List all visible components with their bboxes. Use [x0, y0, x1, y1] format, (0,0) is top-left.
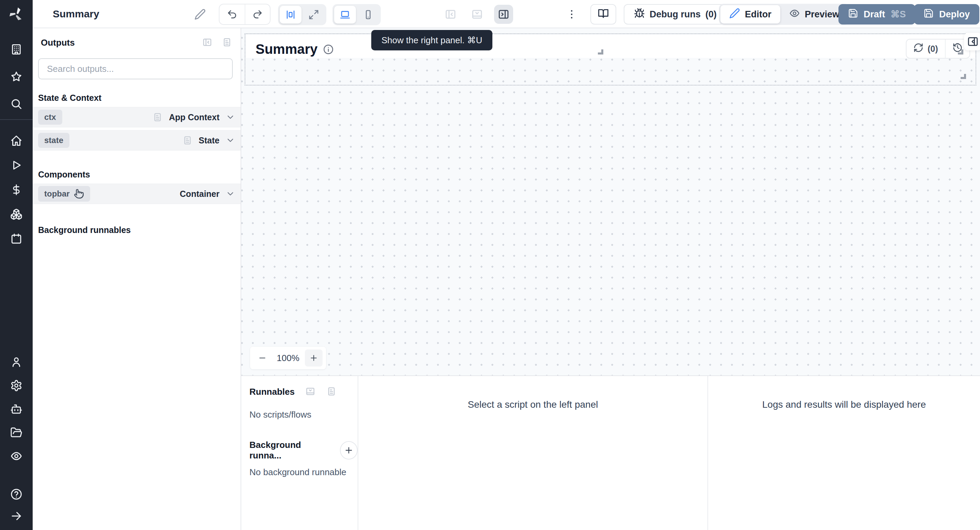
debug-runs-label: Debug runs	[649, 9, 701, 20]
help-icon[interactable]	[10, 488, 23, 501]
undo-redo-group	[219, 4, 270, 25]
script-editor-column: Select a script on the left panel	[358, 376, 708, 530]
zoom-control: 100%	[250, 347, 326, 369]
panel-right-collapse-icon[interactable]	[964, 33, 980, 50]
section-background-runnables: Background runnables	[33, 225, 240, 235]
app-title: Summary	[53, 8, 99, 20]
resize-handle[interactable]	[961, 74, 966, 79]
panel-left-icon[interactable]	[441, 5, 460, 24]
layout-toggle-group	[278, 4, 326, 25]
output-row-topbar[interactable]: topbar Container	[33, 184, 240, 204]
kebab-menu-icon[interactable]	[564, 7, 579, 22]
plus-icon	[344, 445, 353, 455]
nav-rail	[0, 0, 33, 530]
device-toggle-group	[332, 4, 381, 25]
draft-button[interactable]: Draft ⌘S	[838, 4, 915, 24]
zoom-out-button[interactable]	[253, 350, 271, 367]
undo-icon[interactable]	[220, 5, 245, 24]
script-placeholder: Select a script on the left panel	[468, 399, 598, 410]
background-runnables-title: Background runna...	[250, 440, 332, 461]
row-type-label: App Context	[169, 112, 220, 122]
zoom-level: 100%	[271, 353, 305, 364]
pencil-icon	[729, 8, 740, 21]
docs-button[interactable]	[590, 4, 616, 24]
row-type-label: Container	[180, 189, 220, 199]
runnables-list-column: Runnables No scripts/flows Background ru…	[241, 376, 358, 530]
chevron-down-icon[interactable]	[226, 112, 235, 122]
runnables-title: Runnables	[250, 386, 295, 397]
section-state-context: State & Context	[33, 93, 240, 103]
search-outputs-input[interactable]	[38, 58, 233, 79]
panel-bottom-collapse-icon[interactable]	[305, 386, 316, 397]
zoom-in-button[interactable]	[305, 350, 323, 367]
rail-divider	[0, 119, 33, 120]
panel-bottom-icon[interactable]	[468, 5, 487, 24]
search-icon[interactable]	[10, 97, 23, 110]
panel-left-collapse-icon[interactable]	[202, 37, 213, 48]
output-row-state[interactable]: state State	[33, 130, 240, 150]
gear-icon[interactable]	[10, 379, 23, 392]
state-badge[interactable]: state	[38, 133, 69, 148]
empty-background-label: No background runnable	[250, 467, 358, 477]
refresh-button[interactable]: (0)	[907, 40, 945, 58]
tab-editor[interactable]: Editor	[721, 5, 780, 24]
deploy-button[interactable]: Deploy	[914, 4, 979, 24]
section-components: Components	[33, 170, 240, 179]
logs-placeholder: Logs and results will be displayed here	[762, 399, 926, 410]
debug-runs-count: (0)	[705, 9, 717, 20]
eye-icon[interactable]	[10, 450, 23, 463]
refresh-icon	[913, 43, 924, 55]
add-background-runnable-button[interactable]	[340, 441, 358, 460]
refresh-count: (0)	[928, 44, 938, 54]
panel-right-icon[interactable]	[494, 5, 513, 24]
play-icon[interactable]	[10, 159, 23, 172]
redo-icon[interactable]	[245, 5, 270, 24]
resize-handle[interactable]	[958, 49, 963, 54]
output-row-ctx[interactable]: ctx App Context	[33, 107, 240, 128]
doc-lines-icon	[153, 112, 163, 122]
bug-icon	[634, 8, 645, 21]
tooltip: Show the right panel. ⌘U	[371, 30, 492, 50]
resize-handle[interactable]	[598, 49, 603, 54]
chevron-down-icon[interactable]	[226, 136, 235, 145]
topbar-badge[interactable]: topbar	[38, 186, 90, 202]
cubes-icon[interactable]	[10, 208, 23, 221]
topbar-container-body	[246, 35, 975, 58]
logs-column: Logs and results will be displayed here	[708, 376, 980, 530]
pencil-icon[interactable]	[193, 8, 207, 21]
app-window: Summary Deb	[0, 0, 980, 530]
arrow-right-icon[interactable]	[10, 509, 23, 522]
hand-pointer-icon	[74, 189, 84, 199]
dollar-icon[interactable]	[10, 183, 23, 196]
smartphone-icon[interactable]	[357, 6, 379, 24]
star-icon[interactable]	[10, 70, 23, 83]
mode-toggle-group: Editor Preview	[719, 4, 850, 25]
app-canvas[interactable]: Summary Show the right panel. ⌘U (0)	[241, 28, 980, 375]
ctx-badge[interactable]: ctx	[38, 110, 62, 125]
home-icon[interactable]	[10, 134, 23, 147]
building-icon[interactable]	[10, 43, 23, 56]
doc-lines-icon[interactable]	[221, 37, 232, 48]
calendar-icon[interactable]	[10, 232, 23, 245]
canvas-heading: Summary	[256, 42, 318, 57]
component-action-group: (0)	[906, 39, 970, 59]
outputs-title: Outputs	[41, 37, 75, 48]
topbar: Summary Deb	[33, 0, 980, 28]
editor-label: Editor	[745, 9, 772, 20]
draft-label: Draft	[864, 9, 885, 20]
chevron-down-icon[interactable]	[226, 189, 235, 199]
fullscreen-icon[interactable]	[303, 6, 325, 24]
eye-preview-icon	[789, 8, 800, 21]
centered-layout-icon[interactable]	[280, 6, 301, 24]
topbar-container-selection[interactable]: Summary	[245, 34, 976, 86]
user-icon[interactable]	[10, 356, 23, 369]
info-icon[interactable]	[323, 44, 334, 55]
robot-icon[interactable]	[10, 402, 23, 415]
folder-open-icon[interactable]	[10, 426, 23, 439]
laptop-icon[interactable]	[334, 6, 356, 24]
debug-runs-button[interactable]: Debug runs (0)	[624, 4, 727, 24]
windmill-logo[interactable]	[7, 5, 26, 24]
outputs-panel: Outputs State & Context ctx App Context …	[33, 28, 241, 530]
doc-lines-icon[interactable]	[326, 386, 337, 397]
draft-shortcut: ⌘S	[891, 9, 906, 20]
